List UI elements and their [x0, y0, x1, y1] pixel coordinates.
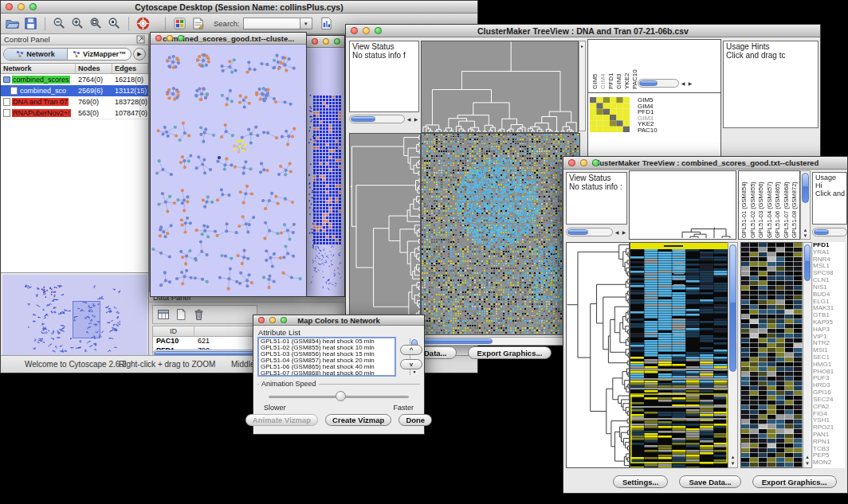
tab-overflow-button[interactable]: ▶	[133, 48, 146, 61]
view-status-scrollbar[interactable]: ◀ ▶	[566, 227, 627, 237]
minimize-button[interactable]	[18, 3, 25, 10]
col-network[interactable]: Network	[1, 64, 76, 73]
zoom-button[interactable]	[375, 27, 382, 34]
traffic-lights[interactable]	[258, 317, 287, 323]
matrix-hscrollbar[interactable]: ◀ ▶	[638, 78, 693, 88]
view-status-scrollbar[interactable]: ◀ ▶	[349, 114, 419, 124]
scrollbar-thumb[interactable]	[802, 173, 809, 203]
minimize-button[interactable]	[580, 159, 587, 166]
search-dropdown-button[interactable]: ▼	[300, 18, 312, 29]
dendrogram-vscroll[interactable]: ▸	[579, 41, 586, 131]
treeview2-button[interactable]: Settings...	[613, 475, 668, 488]
dialog-button[interactable]: Create Vizmap	[325, 414, 391, 426]
move-down-button[interactable]: v	[400, 359, 422, 369]
scrollbar-thumb[interactable]	[567, 229, 588, 235]
close-button[interactable]	[258, 317, 265, 323]
scroll-down-icon[interactable]: ▼	[410, 369, 418, 374]
zoom-button[interactable]	[334, 38, 340, 45]
heatmap-canvas[interactable]	[421, 133, 580, 335]
traffic-lights[interactable]	[6, 3, 37, 10]
open-folder-icon[interactable]	[5, 16, 20, 31]
help-lifering-icon[interactable]	[135, 16, 151, 31]
panel-tab[interactable]: VizMapper™	[68, 49, 131, 60]
col-edges[interactable]: Edges	[112, 64, 148, 73]
scroll-up-icon[interactable]: ▲	[801, 228, 810, 232]
attribute-browser-icon[interactable]	[319, 16, 334, 31]
zoom-heatmap-canvas[interactable]	[740, 242, 803, 468]
close-button[interactable]	[155, 35, 162, 41]
dialog-button[interactable]: Animate Vizmap	[245, 414, 318, 426]
zoom-in-icon[interactable]	[70, 16, 85, 31]
move-up-button[interactable]: ^	[400, 345, 422, 355]
heatmap-canvas[interactable]	[630, 242, 728, 468]
scroll-arrow-icon[interactable]: ▸	[579, 43, 585, 49]
treeview1-titlebar[interactable]: ClusterMaker TreeView : DNA and Tran 07-…	[346, 25, 820, 37]
network-list-row[interactable]: combined_sco 2569(6) 13112(15)	[1, 85, 148, 96]
scroll-left-icon[interactable]: ◀	[680, 80, 686, 86]
close-button[interactable]	[312, 38, 318, 45]
col-nodes[interactable]: Nodes	[76, 64, 112, 73]
treeview2-titlebar[interactable]: ClusterMaker TreeView : combined_scores_…	[563, 157, 847, 170]
genes-vscrollbar[interactable]: ▲ ▼	[803, 242, 812, 468]
close-button[interactable]	[6, 3, 13, 10]
dialog-button[interactable]: Done	[398, 414, 432, 426]
scroll-right-icon[interactable]: ▶	[687, 80, 693, 86]
traffic-lights[interactable]	[312, 38, 340, 45]
network2-canvas[interactable]	[307, 48, 344, 296]
similarity-matrix-canvas[interactable]	[590, 97, 630, 132]
network-list-row[interactable]: DNA and Tran 07 769(0) 183728(0)	[1, 96, 148, 107]
scrollbar-thumb[interactable]	[729, 244, 736, 372]
scrollbar-thumb[interactable]	[422, 338, 493, 344]
scroll-right-icon[interactable]: ▶	[413, 116, 419, 122]
scrollbar-thumb[interactable]	[804, 244, 811, 281]
trash-icon[interactable]	[192, 308, 206, 322]
zoom-button[interactable]	[281, 317, 287, 323]
traffic-lights[interactable]	[568, 159, 599, 166]
row-dendrogram-canvas[interactable]	[349, 133, 421, 335]
search-input[interactable]	[243, 18, 300, 29]
zoom-button[interactable]	[178, 35, 184, 41]
scroll-up-icon[interactable]: ▲	[803, 455, 811, 459]
zoom-out-icon[interactable]	[52, 16, 67, 31]
column-dendrogram-canvas[interactable]	[421, 41, 579, 133]
traffic-lights[interactable]	[351, 27, 382, 34]
vizmap-icon[interactable]	[172, 16, 187, 31]
attribute-list-item[interactable]: GPL51-07 (GSM868) heat shock 60 min	[259, 370, 395, 377]
slider-thumb[interactable]	[336, 391, 346, 401]
zoom-fit-icon[interactable]	[88, 16, 104, 31]
scroll-left-icon[interactable]: ◀	[406, 116, 412, 122]
heatmap-vscrollbar[interactable]: ▲ ▼	[728, 242, 738, 468]
save-icon[interactable]	[23, 16, 38, 31]
treeview1-button[interactable]: Export Graphics...	[468, 346, 552, 359]
attribute-table-icon[interactable]	[157, 308, 170, 321]
traffic-lights[interactable]	[155, 35, 184, 41]
minimize-button[interactable]	[269, 317, 276, 323]
col-id[interactable]: ID	[153, 326, 194, 336]
network-titlebar[interactable]: combined_scores_good.txt--cluste...	[151, 33, 306, 45]
treeview2-button[interactable]: Save Data...	[679, 475, 740, 488]
minimize-button[interactable]	[323, 38, 329, 45]
attribute-list-vscrollbar[interactable]: ▲ ▼	[410, 338, 418, 375]
network2-titlebar[interactable]	[307, 36, 344, 48]
scrollbar-thumb[interactable]	[814, 229, 829, 235]
scroll-up-icon[interactable]: ▲	[728, 455, 737, 459]
zoom-selected-icon[interactable]	[107, 16, 122, 31]
scrollbar-thumb[interactable]	[351, 116, 375, 122]
scroll-down-icon[interactable]: ▼	[728, 461, 737, 466]
minimize-button[interactable]	[363, 27, 370, 34]
dialog-titlebar[interactable]: Map Colors to Network	[253, 315, 424, 326]
close-button[interactable]	[351, 27, 358, 34]
new-attribute-icon[interactable]	[175, 308, 187, 321]
usage-hints-scrollbar[interactable]	[812, 227, 847, 237]
scrollbar-thumb[interactable]	[639, 80, 658, 86]
network-list-row[interactable]: RNAPuberNov2+! 563(0) 107847(0)	[1, 107, 148, 119]
scroll-down-icon[interactable]: ▼	[801, 233, 810, 238]
annotation-icon[interactable]	[190, 16, 206, 31]
main-titlebar[interactable]: Cytoscape Desktop (Session Name: collins…	[1, 1, 477, 14]
column-dendrogram-area[interactable]	[629, 170, 736, 240]
network-list-row[interactable]: combined_scores 2764(0) 16218(0)	[1, 74, 148, 85]
close-button[interactable]	[568, 159, 575, 166]
network-overview-canvas[interactable]	[2, 275, 147, 355]
zoom-button[interactable]	[592, 159, 599, 166]
network-canvas[interactable]	[151, 45, 306, 296]
